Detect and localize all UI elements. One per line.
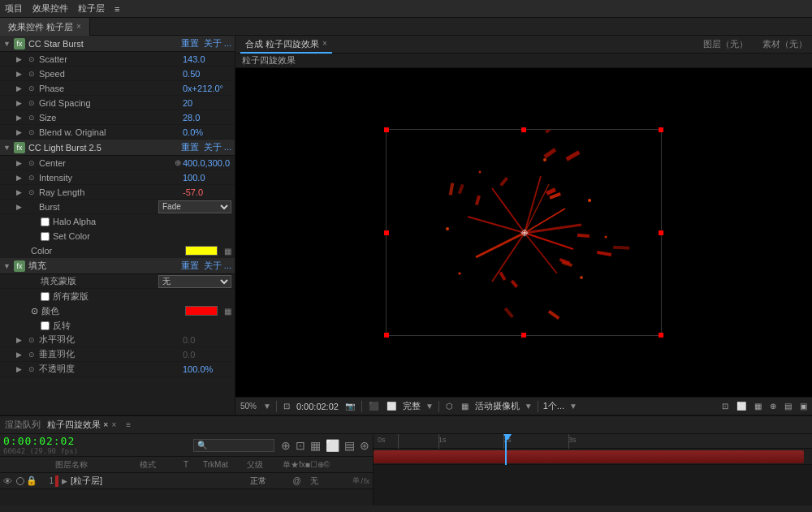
prop-blend-value[interactable]: 0.0% [183,127,231,137]
btn-timeline-tool-3[interactable]: ▦ [310,439,321,452]
camera-label[interactable]: 活动摄像机 [475,400,520,412]
cc-light-burst-arrow[interactable]: ▼ [3,144,11,152]
view-count-arrow[interactable]: ▼ [569,402,577,411]
handle-mid-right[interactable] [659,230,663,235]
set-color-checkbox[interactable] [41,232,50,241]
btn-render-4[interactable]: ⊕ [768,402,778,411]
prop-intensity-arrow[interactable]: ▶ [16,174,26,182]
prop-speed-arrow[interactable]: ▶ [16,70,26,78]
layer-eye-icon[interactable]: 👁 [3,476,15,486]
btn-timeline-tool-4[interactable]: ⬜ [326,439,339,452]
fill-color-picker-icon[interactable]: ▦ [224,307,231,316]
prop-opacity-arrow[interactable]: ▶ [16,365,26,373]
fill-arrow[interactable]: ▼ [3,262,11,270]
btn-render-3[interactable]: ▦ [753,402,763,411]
layer-name-label[interactable]: [粒子层] [71,475,248,487]
tab-timeline-close[interactable]: × [111,420,116,429]
layer-solo-circle[interactable] [16,477,24,485]
timeline-menu-icon[interactable]: ≡ [126,420,131,429]
prop-size-stopwatch[interactable]: ⊙ [26,112,37,123]
menu-particle-layer[interactable]: 粒子层 [78,2,105,15]
handle-bottom-mid[interactable] [521,333,526,338]
btn-camera-icon[interactable]: 📷 [343,402,356,411]
prop-center-arrow[interactable]: ▶ [16,159,26,167]
btn-zoom[interactable]: 50% [239,402,258,411]
view-count-label[interactable]: 1个... [543,400,564,412]
menu-effects-control[interactable]: 效果控件 [32,2,68,15]
prop-phase-value[interactable]: 0x+212.0° [183,84,231,93]
prop-v-feather-stopwatch[interactable]: ⊙ [26,349,37,360]
handle-bottom-right[interactable] [659,333,663,338]
prop-size-arrow[interactable]: ▶ [16,114,26,122]
tab-effects-control[interactable]: 效果控件 粒子层 × [0,18,90,36]
prop-opacity-value[interactable]: 100.0% [183,364,231,374]
prop-grid-arrow[interactable]: ▶ [16,99,26,107]
timeline-timecode[interactable]: 0:00:02:02 [3,435,78,447]
layer-expand-arrow[interactable]: ▶ [62,477,67,485]
cc-star-burst-arrow[interactable]: ▼ [3,40,11,48]
prop-ray-arrow[interactable]: ▶ [16,188,26,196]
quality-label[interactable]: 完整 [403,400,421,412]
prop-size-value[interactable]: 28.0 [183,113,231,123]
handle-mid-left[interactable] [384,230,389,235]
timecode-display[interactable]: 0:00:02:02 [296,402,339,411]
prop-center-stopwatch[interactable]: ⊙ [26,157,37,169]
prop-ray-value[interactable]: -57.0 [183,187,231,197]
btn-render-2[interactable]: ⬜ [735,402,748,411]
layer-lock-icon[interactable]: 🔒 [26,475,37,486]
prop-phase-arrow[interactable]: ▶ [16,84,26,93]
invert-checkbox[interactable] [41,321,50,330]
prop-opacity-stopwatch[interactable]: ⊙ [26,364,37,375]
comp-tab-close[interactable]: × [322,35,327,53]
btn-timeline-tool-6[interactable]: ⊛ [360,439,369,452]
timeline-scrollbar[interactable] [0,506,812,512]
handle-top-left[interactable] [384,127,389,132]
btn-toggle-2[interactable]: ▦ [460,402,470,411]
prop-grid-stopwatch[interactable]: ⊙ [26,97,37,109]
layer-icon-mono[interactable]: 单 [352,475,360,486]
cc-star-burst-about[interactable]: 关于 ... [204,37,231,49]
cc-star-burst-reset[interactable]: 重置 [181,37,199,49]
fill-reset[interactable]: 重置 [181,260,199,272]
handle-top-mid[interactable] [521,127,526,132]
menu-project[interactable]: 项目 [5,2,23,15]
cc-light-burst-reset[interactable]: 重置 [181,141,199,153]
cc-light-burst-about[interactable]: 关于 ... [204,141,231,153]
tab-render-queue[interactable]: 渲染队列 [5,419,41,431]
btn-color-manage[interactable]: ⬛ [367,402,380,411]
btn-render-6[interactable]: ▣ [798,402,809,411]
all-masks-checkbox[interactable] [41,292,50,301]
prop-center-value[interactable]: 400.0,300.0 [183,158,231,168]
btn-timeline-tool-5[interactable]: ▤ [344,439,355,452]
fill-about[interactable]: 关于 ... [204,260,231,272]
tab-timeline-main[interactable]: 粒子四旋效果 × × [47,419,116,431]
tab-effects-close[interactable]: × [76,18,81,36]
color-picker-icon[interactable]: ▦ [224,247,231,256]
prop-blend-stopwatch[interactable]: ⊙ [26,127,37,138]
layer-mode-label[interactable]: 正常 [250,475,291,487]
btn-color-manage2[interactable]: ⬜ [385,402,398,411]
prop-scatter-value[interactable]: 143.0 [183,54,231,64]
btn-render-5[interactable]: ▤ [783,402,793,411]
prop-v-feather-value[interactable]: 0.0 [183,350,231,359]
prop-h-feather-value[interactable]: 0.0 [183,335,231,345]
prop-v-feather-arrow[interactable]: ▶ [16,351,26,359]
track-bar-1[interactable] [374,450,804,463]
prop-scatter-stopwatch[interactable]: ⊙ [26,54,37,65]
prop-scatter-arrow[interactable]: ▶ [16,55,26,63]
layer-trkmat-label[interactable]: 无 [310,475,351,487]
prop-burst-dropdown[interactable]: Fade Straight None [158,200,231,213]
zoom-arrow[interactable]: ▼ [263,402,271,411]
handle-bottom-left[interactable] [384,333,389,338]
menu-more[interactable]: ≡ [114,4,119,14]
fill-mask-dropdown[interactable]: 无 [158,275,231,288]
prop-h-feather-stopwatch[interactable]: ⊙ [26,334,37,346]
prop-burst-arrow[interactable]: ▶ [16,203,26,211]
btn-timeline-tool-2[interactable]: ⊡ [296,439,305,452]
color-swatch-yellow[interactable] [185,246,218,256]
prop-intensity-value[interactable]: 100.0 [183,173,231,183]
camera-arrow[interactable]: ▼ [525,402,533,411]
prop-speed-stopwatch[interactable]: ⊙ [26,68,37,80]
fill-color-swatch[interactable] [185,306,218,316]
btn-resolution[interactable]: ⊡ [282,402,292,411]
